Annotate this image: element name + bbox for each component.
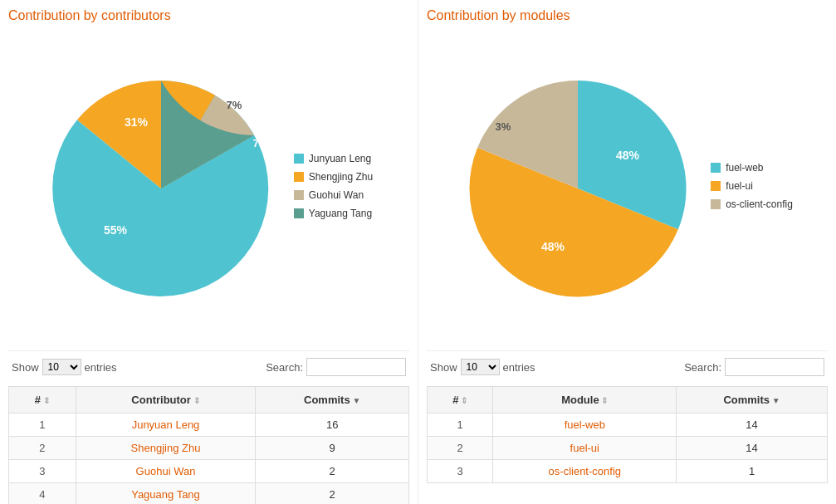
cell-contributor-name[interactable]: Yaguang Tang: [76, 483, 256, 505]
right-table-header: # Module Commits: [428, 387, 828, 413]
legend-item-junyuan: Junyuan Leng: [294, 153, 373, 164]
cell-commits: 2: [256, 483, 409, 505]
legend-color-shengjing: [294, 172, 304, 182]
legend-item-fuelui: fuel-ui: [711, 180, 793, 192]
left-entries-label: entries: [85, 361, 117, 374]
label-7a: 7%: [226, 99, 242, 111]
legend-item-yaguang: Yaguang Tang: [294, 208, 373, 219]
left-controls-left: Show 10 25 50 100 entries: [12, 359, 117, 375]
legend-color-yaguang: [294, 208, 304, 218]
left-controls-right: Search:: [266, 358, 406, 376]
right-pie-chart: 48% 48% 3%: [462, 72, 694, 305]
col-commits-left[interactable]: Commits: [256, 387, 409, 413]
legend-color-fuelweb: [711, 163, 721, 173]
left-search-label: Search:: [266, 361, 303, 374]
cell-commits: 16: [256, 413, 409, 437]
legend-label-guohui: Guohui Wan: [309, 189, 364, 201]
cell-num: 1: [428, 413, 493, 437]
legend-color-junyuan: [294, 154, 304, 164]
right-chart-area: 48% 48% 3% fuel-web fuel-ui os-client-co…: [427, 32, 828, 347]
col-commits-right[interactable]: Commits: [677, 387, 828, 413]
right-table: # Module Commits 1 fuel-web 14 2 fuel-ui…: [427, 386, 828, 483]
left-table-body: 1 Junyuan Leng 16 2 Shengjing Zhu 9 3 Gu…: [9, 413, 409, 505]
legend-item-shengjing: Shengjing Zhu: [294, 171, 373, 183]
right-panel: Contribution by modules 48% 48% 3%: [418, 0, 836, 504]
cell-num: 3: [9, 460, 76, 483]
left-pie-chart: 55% 31% 7% 7%: [45, 72, 277, 305]
right-controls-left: Show 10 25 50 100 entries: [430, 359, 535, 375]
right-controls: Show 10 25 50 100 entries Search:: [427, 350, 828, 383]
cell-num: 3: [428, 460, 493, 483]
label-55: 55%: [104, 223, 128, 237]
legend-item-osclient: os-client-config: [711, 198, 793, 210]
label-48a: 48%: [616, 149, 640, 162]
cell-contributor-name[interactable]: Shengjing Zhu: [76, 437, 256, 460]
table-row: 1 Junyuan Leng 16: [9, 413, 409, 437]
label-31: 31%: [125, 115, 149, 129]
cell-num: 2: [428, 437, 493, 460]
right-entries-select[interactable]: 10 25 50 100: [461, 359, 500, 375]
left-title: Contribution by contributors: [8, 8, 409, 23]
cell-module-name[interactable]: fuel-ui: [493, 437, 677, 460]
right-search-label: Search:: [684, 361, 721, 374]
left-entries-select[interactable]: 10 25 50 100: [42, 359, 81, 375]
cell-contributor-name[interactable]: Junyuan Leng: [76, 413, 256, 437]
left-panel: Contribution by contributors 55% 31%: [0, 0, 418, 504]
cell-num: 4: [9, 483, 76, 505]
left-chart-area: 55% 31% 7% 7% Junyuan Leng Shengjing Zhu: [8, 32, 409, 347]
cell-num: 1: [9, 413, 76, 437]
cell-contributor-name[interactable]: Guohui Wan: [76, 460, 256, 483]
legend-label-junyuan: Junyuan Leng: [309, 153, 371, 164]
table-row: 3 Guohui Wan 2: [9, 460, 409, 483]
col-contributor[interactable]: Contributor: [76, 387, 256, 413]
legend-label-yaguang: Yaguang Tang: [309, 208, 372, 219]
cell-commits: 14: [677, 437, 828, 460]
left-search-input[interactable]: [306, 358, 406, 376]
legend-color-guohui: [294, 190, 304, 200]
legend-label-fuelui: fuel-ui: [726, 180, 753, 192]
cell-commits: 9: [256, 437, 409, 460]
right-title: Contribution by modules: [427, 8, 828, 23]
label-3: 3%: [496, 120, 511, 133]
table-row: 2 fuel-ui 14: [428, 437, 828, 460]
cell-num: 2: [9, 437, 76, 460]
label-48b: 48%: [541, 240, 565, 253]
cell-module-name[interactable]: os-client-config: [493, 460, 677, 483]
left-controls: Show 10 25 50 100 entries Search:: [8, 350, 409, 383]
left-pie-container: 55% 31% 7% 7%: [45, 72, 277, 307]
table-row: 2 Shengjing Zhu 9: [9, 437, 409, 460]
legend-color-fuelui: [711, 181, 721, 191]
label-7b: 7%: [252, 137, 268, 149]
right-show-label: Show: [430, 361, 457, 374]
col-module[interactable]: Module: [493, 387, 677, 413]
right-legend: fuel-web fuel-ui os-client-config: [711, 162, 793, 217]
left-legend: Junyuan Leng Shengjing Zhu Guohui Wan Ya…: [294, 153, 373, 226]
cell-commits: 1: [677, 460, 828, 483]
col-num-left[interactable]: #: [9, 387, 76, 413]
cell-commits: 14: [677, 413, 828, 437]
legend-color-osclient: [711, 199, 721, 209]
legend-item-fuelweb: fuel-web: [711, 162, 793, 174]
cell-commits: 2: [256, 460, 409, 483]
legend-label-fuelweb: fuel-web: [726, 162, 763, 174]
right-pie-container: 48% 48% 3%: [462, 72, 694, 307]
table-row: 1 fuel-web 14: [428, 413, 828, 437]
left-show-label: Show: [12, 361, 39, 374]
legend-label-shengjing: Shengjing Zhu: [309, 171, 373, 183]
right-search-input[interactable]: [725, 358, 824, 376]
legend-label-osclient: os-client-config: [726, 198, 793, 210]
right-controls-right: Search:: [684, 358, 824, 376]
col-num-right[interactable]: #: [428, 387, 493, 413]
table-row: 4 Yaguang Tang 2: [9, 483, 409, 505]
right-entries-label: entries: [503, 361, 535, 374]
legend-item-guohui: Guohui Wan: [294, 189, 373, 201]
right-table-body: 1 fuel-web 14 2 fuel-ui 14 3 os-client-c…: [428, 413, 828, 483]
left-table: # Contributor Commits 1 Junyuan Leng 16 …: [8, 386, 409, 504]
table-row: 3 os-client-config 1: [428, 460, 828, 483]
cell-module-name[interactable]: fuel-web: [493, 413, 677, 437]
left-table-header: # Contributor Commits: [9, 387, 409, 413]
